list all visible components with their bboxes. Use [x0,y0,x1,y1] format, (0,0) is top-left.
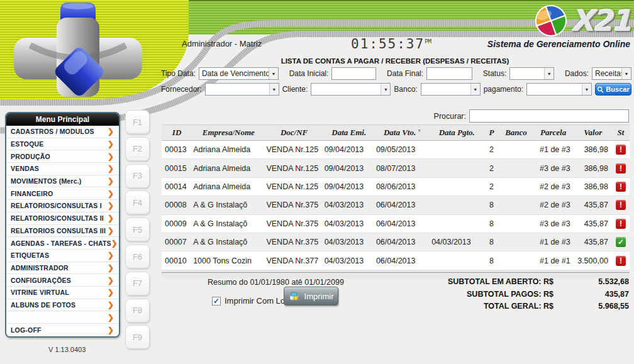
cell-id: 00007 [162,233,192,251]
table-header-row: IDEmpresa/NomeDoc/NFData Emi.Data Vto.▼D… [162,125,630,141]
sidebar-item-movimentos-merc[interactable]: MOVIMENTOS (Merc.)❯ [6,175,119,188]
sidebar-item-relatorios-consultas-ii[interactable]: RELATORIOS/CONSULTAS II❯ [6,212,119,225]
total-value: 435,87 [553,289,629,301]
sidebar-item-label: ESTOQUE [11,140,44,148]
sidebar-item-relatorios-consultas-iii[interactable]: RELATORIOS CONSULTAS III❯ [6,225,119,238]
sidebar-item-albuns-de-fotos[interactable]: ALBUNS DE FOTOS❯ [6,299,119,312]
cell-banco [499,196,532,214]
sidebar-item-cadastros-modulos[interactable]: CADASTROS / MODULOS❯ [6,126,119,138]
chevron-right-icon: ❯ [108,326,114,334]
table-row[interactable]: 00007A & G InstalaçõVENDA Nr.37504/03/20… [162,233,630,251]
cell-parcela: #1 de #3 [533,141,574,159]
table-row[interactable]: 00009A & G InstalaçõVENDA Nr.37504/03/20… [162,214,630,233]
imprimir-button[interactable]: Imprimir [284,287,338,306]
fkey-button-f3[interactable]: F3 [125,164,150,188]
dados-select[interactable]: Receitas▼ [592,67,631,80]
cell-vto: 06/04/2013 [375,196,430,214]
sidebar-item-vitrine-virtual[interactable]: VITRINE VIRTUAL❯ [6,287,119,299]
sidebar-item-label: RELATORIOS/CONSULTAS I [11,202,102,209]
sidebar-item-relatorios-consultas-i[interactable]: RELATORIOS/CONSULTAS I❯ [6,200,119,212]
banco-select[interactable]: ▼ [421,83,481,96]
x21-sphere-icon [534,4,568,38]
column-header-data-pgto[interactable]: Data Pgto. [430,125,483,141]
cell-p: 8 [483,233,499,251]
fkey-button-f4[interactable]: F4 [125,190,150,214]
column-header-banco[interactable]: Banco [499,125,532,141]
sidebar-item-label: FINANCEIRO [11,190,53,197]
search-row: Procurar: [161,109,629,123]
data-final-input[interactable] [426,67,472,80]
column-header-data-vto[interactable]: Data Vto.▼ [375,125,430,141]
fornecedor-select[interactable]: ▼ [205,83,279,96]
cell-pgto [430,177,483,196]
status-select[interactable]: ▼ [509,67,554,80]
sidebar-item-vendas[interactable]: VENDAS❯ [6,163,119,175]
fornecedor-label: Fornecedor: [161,85,202,94]
sort-desc-icon: ▼ [417,128,421,133]
cell-p: 2 [483,141,499,159]
column-header-empresa-nome[interactable]: Empresa/Nome [192,125,265,141]
fkey-button-f1[interactable]: F1 [125,110,150,134]
chevron-down-icon: ▼ [544,68,553,79]
cell-pgto [430,196,483,214]
cell-empresa: 1000 Tons Cozin [192,251,265,270]
fkey-button-f9[interactable]: F9 [125,325,150,349]
sidebar-item-agendas-tarefas-chats[interactable]: AGENDAS - TAREFAS - CHATS❯ [6,237,119,250]
fkey-button-f5[interactable]: F5 [125,218,150,241]
pagamento-select[interactable]: ▼ [526,83,592,96]
buscar-button[interactable]: Buscar [595,83,631,96]
sidebar-item-financeiro[interactable]: FINANCEIRO❯ [6,187,119,200]
cell-pgto: 04/03/2013 [430,233,483,251]
column-header-st[interactable]: St [612,125,630,141]
data-inicial-input[interactable] [331,67,376,80]
digital-clock: 01:55:37PM [351,36,431,52]
fkey-button-f7[interactable]: F7 [125,272,150,295]
table-row[interactable]: 00013Adriana AlmeidaVENDA Nr.12509/04/20… [162,141,630,159]
sidebar-item-configura-es[interactable]: CONFIGURAÇÕES❯ [6,274,119,287]
total-label: TOTAL GERAL: R$ [484,301,553,313]
column-header-parcela[interactable]: Parcela [533,125,574,141]
sidebar-item-etiquetas[interactable]: ETIQUETAS❯ [6,250,119,262]
footer-divider [162,272,630,273]
fkey-button-f8[interactable]: F8 [125,299,150,323]
tipo-data-select[interactable]: Data de Vencimento▼ [199,67,279,80]
imprimir-com-logo-option[interactable]: ✓ Imprimir Com Logo [212,296,294,306]
column-header-id[interactable]: ID [162,125,192,141]
total-value: 5.968,55 [553,301,629,313]
cell-parcela: #1 de #1 [533,251,574,270]
sidebar-item-estoque[interactable]: ESTOQUE❯ [6,138,119,151]
sidebar-item-empty[interactable]: ❯ [6,311,119,324]
checkbox-checked-icon[interactable]: ✓ [212,297,221,306]
column-header-doc-nf[interactable]: Doc/NF [265,125,323,141]
table-row[interactable]: 000101000 Tons CozinVENDA Nr.37704/03/20… [162,251,630,270]
total-value: 5.532,68 [553,276,629,289]
cell-st: ! [612,177,630,196]
data-inicial-label: Data Inicial: [289,69,329,78]
cell-doc: VENDA Nr.377 [265,251,323,270]
table-row[interactable]: 00008A & G InstalaçõVENDA Nr.37504/03/20… [162,196,630,214]
chevron-down-icon: ▼ [470,84,480,95]
clock-meridiem: PM [425,38,431,45]
cell-doc: VENDA Nr.125 [265,177,323,196]
sidebar-item-produ-o[interactable]: PRODUÇÃO❯ [6,150,119,163]
cliente-label: Cliente: [282,85,308,94]
cell-parcela: #2 de #3 [533,177,574,196]
sidebar-item-log-off[interactable]: LOG-OFF❯ [6,324,119,336]
chevron-down-icon: ▼ [582,84,591,95]
pagamento-label: pagamento: [484,85,523,94]
cliente-select[interactable]: ▼ [311,83,391,96]
procurar-input[interactable] [469,109,629,123]
table-row[interactable]: 00014Adriana AlmeidaVENDA Nr.12509/04/20… [162,177,630,196]
sidebar-item-administrador[interactable]: ADMINISTRADOR❯ [6,262,119,275]
chevron-down-icon: ▼ [269,84,279,95]
cell-emi: 09/04/2013 [323,141,375,159]
column-header-valor[interactable]: Valor [574,125,612,141]
table-row[interactable]: 00015Adriana AlmeidaVENDA Nr.12509/04/20… [162,159,630,177]
status-paid-icon: ✓ [616,237,626,247]
fkey-button-f2[interactable]: F2 [125,137,150,161]
total-row: SUBTOTAL EM ABERTO: R$5.532,68 [448,276,629,289]
fkey-button-f6[interactable]: F6 [125,245,150,268]
column-header-data-emi[interactable]: Data Emi. [323,125,375,141]
column-header-p[interactable]: P [483,125,499,141]
chevron-right-icon: ❯ [108,301,114,309]
